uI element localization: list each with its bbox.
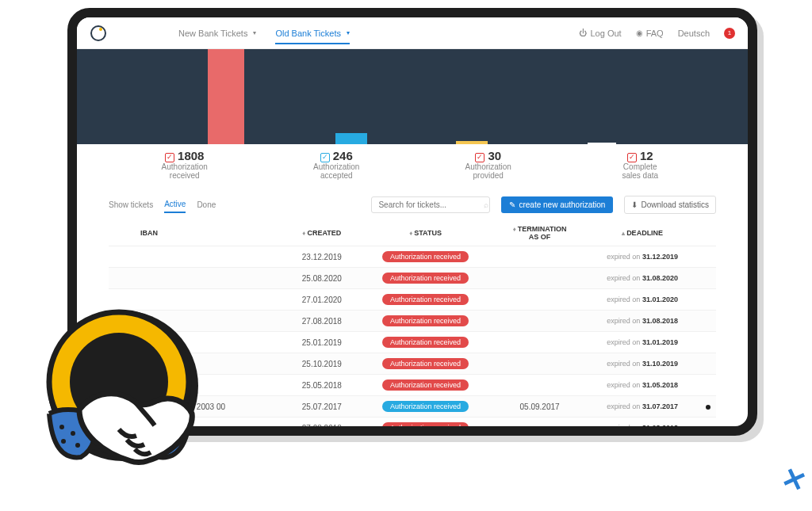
col-iban[interactable]: IBAN: [109, 220, 287, 246]
col-deadline[interactable]: ▴DEADLINE: [584, 220, 700, 246]
cell-indicator: [700, 246, 716, 268]
cell-termination: [495, 418, 584, 436]
col-termination[interactable]: ♦TERMINATIONAS OF: [495, 220, 584, 246]
cell-termination: 05.09.2017: [495, 396, 584, 418]
cell-status: Authorization received: [356, 375, 495, 396]
cell-termination: [495, 353, 584, 375]
table-row[interactable]: DE77 5003 3300 0100 2003 0025.07.2017Aut…: [109, 396, 716, 418]
tab-active[interactable]: Active: [164, 196, 186, 213]
download-icon: ⬇: [631, 200, 638, 209]
cell-indicator: [700, 396, 716, 418]
svg-point-1: [99, 28, 102, 31]
stat-received: 1808 Authorization received: [109, 149, 261, 180]
col-actions: [700, 220, 716, 246]
stat-count: 30: [488, 149, 501, 162]
table-row[interactable]: 25.05.2018Authorization receivedexpired …: [109, 375, 716, 396]
table-row[interactable]: 25.10.2019Authorization receivedexpired …: [109, 353, 716, 375]
cell-status: Authorization received: [356, 289, 495, 311]
cell-deadline: expired on 31.08.2018: [584, 418, 700, 436]
stat-complete: 12 Complete sales data: [565, 149, 717, 180]
row-indicator-icon: [706, 405, 710, 410]
search-icon: ⌕: [484, 200, 488, 209]
stat-count: 12: [640, 149, 653, 162]
stat-label: Authorization: [412, 162, 565, 171]
svg-point-8: [75, 443, 80, 448]
cell-iban: [109, 246, 287, 268]
cell-status: Authorization received: [356, 332, 495, 353]
svg-point-5: [59, 425, 64, 429]
cell-iban: [109, 353, 287, 375]
cell-status: Authorization received: [356, 396, 495, 418]
col-created[interactable]: ♦CREATED: [287, 220, 356, 246]
checkbox-icon: [475, 153, 485, 162]
cell-termination: [495, 375, 584, 396]
sort-icon: ▴: [622, 230, 625, 237]
cell-created: 25.10.2019: [287, 353, 356, 375]
cell-created: 25.08.2020: [287, 268, 356, 289]
search-input[interactable]: [378, 200, 479, 209]
svg-point-11: [178, 439, 183, 444]
cell-indicator: [700, 268, 716, 289]
status-badge: Authorization received: [382, 358, 469, 369]
svg-point-7: [61, 439, 66, 444]
hero-bar-received: [208, 49, 244, 144]
download-statistics-button[interactable]: ⬇ Download statistics: [624, 196, 716, 214]
cell-created: 25.05.2018: [287, 375, 356, 396]
cell-indicator: [700, 375, 716, 396]
logo: [90, 25, 107, 42]
nav-old-bank-tickets[interactable]: Old Bank Tickets: [275, 29, 350, 44]
sort-icon: ♦: [302, 230, 305, 237]
status-badge: Authorization received: [382, 273, 469, 284]
content-area: Show tickets Active Done ⌕ ✎ create new …: [77, 188, 748, 436]
tab-done[interactable]: Done: [197, 197, 216, 212]
table-row[interactable]: 27.08.2018Authorization receivedexpired …: [109, 418, 716, 436]
sort-icon: ♦: [409, 230, 412, 237]
cell-iban: [109, 311, 287, 332]
cell-iban: [109, 332, 287, 353]
cell-indicator: [700, 353, 716, 375]
search-input-wrap[interactable]: ⌕: [371, 196, 490, 213]
checkbox-icon: [627, 153, 637, 162]
status-badge: Authorization received: [382, 337, 469, 348]
status-badge: Authorization received: [382, 401, 469, 412]
hero-bar-complete: [588, 143, 616, 144]
stat-label: accepted: [261, 171, 413, 180]
cell-iban: [109, 289, 287, 311]
cell-deadline: expired on 31.12.2019: [584, 246, 700, 268]
cell-termination: [495, 332, 584, 353]
cell-deadline: expired on 31.05.2018: [584, 375, 700, 396]
checkbox-icon: [320, 153, 330, 162]
table-row[interactable]: 27.01.2020Authorization receivedexpired …: [109, 289, 716, 311]
cell-indicator: [700, 332, 716, 353]
logout-link[interactable]: ⏻ Log Out: [579, 29, 621, 38]
cell-termination: [495, 311, 584, 332]
col-status[interactable]: ♦STATUS: [356, 220, 495, 246]
stats-row: 1808 Authorization received 246 Authoriz…: [77, 144, 748, 188]
stat-provided: 30 Authorization provided: [412, 149, 565, 180]
status-badge: Authorization received: [382, 422, 469, 433]
stat-label: sales data: [565, 171, 717, 180]
table-row[interactable]: 25.01.2019Authorization receivedexpired …: [109, 332, 716, 353]
language-switch[interactable]: Deutsch: [678, 29, 710, 38]
cell-deadline: expired on 31.01.2020: [584, 289, 700, 311]
table-row[interactable]: 23.12.2019Authorization receivedexpired …: [109, 246, 716, 268]
cell-created: 25.07.2017: [287, 396, 356, 418]
notification-badge[interactable]: 1: [724, 28, 735, 39]
table-row[interactable]: 27.08.2018Authorization receivedexpired …: [109, 311, 716, 332]
stat-label: Complete: [565, 162, 717, 171]
tickets-table: IBAN ♦CREATED ♦STATUS ♦TERMINATIONAS OF …: [109, 220, 716, 436]
cell-created: 25.01.2019: [287, 332, 356, 353]
create-authorization-button[interactable]: ✎ create new authorization: [501, 196, 613, 213]
cell-indicator: [700, 418, 716, 436]
svg-point-0: [91, 26, 105, 40]
svg-point-6: [71, 431, 75, 436]
create-btn-label: create new authorization: [519, 200, 605, 209]
filter-bar: Show tickets Active Done ⌕ ✎ create new …: [109, 196, 716, 214]
faq-label: FAQ: [646, 29, 664, 38]
cell-created: 27.08.2018: [287, 311, 356, 332]
faq-link[interactable]: ◉ FAQ: [636, 29, 664, 38]
cell-deadline: expired on 31.07.2017: [584, 396, 700, 418]
cell-deadline: expired on 31.10.2019: [584, 353, 700, 375]
table-row[interactable]: 25.08.2020Authorization receivedexpired …: [109, 268, 716, 289]
nav-new-bank-tickets[interactable]: New Bank Tickets: [178, 29, 256, 38]
